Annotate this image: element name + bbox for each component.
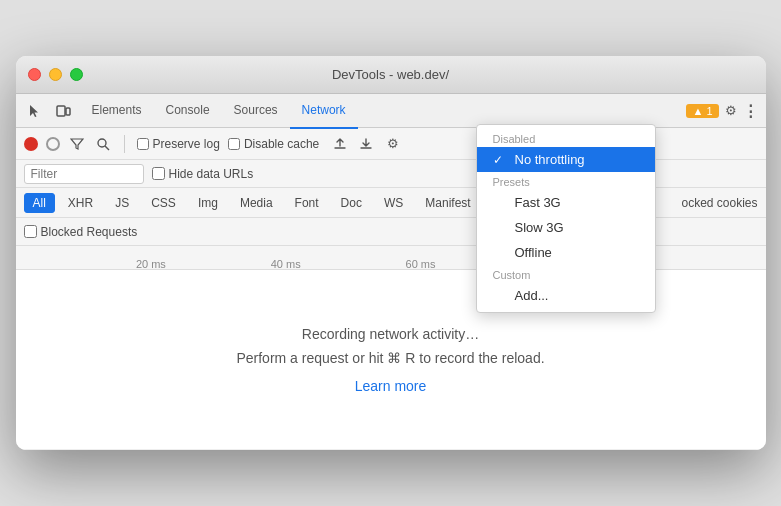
filter-ws[interactable]: WS xyxy=(375,193,412,213)
perform-text: Perform a request or hit ⌘ R to record t… xyxy=(236,350,544,366)
filter-xhr[interactable]: XHR xyxy=(59,193,102,213)
mark-20ms: 20 ms xyxy=(136,258,166,270)
hide-data-urls-checkbox[interactable] xyxy=(152,167,165,180)
search-icon[interactable] xyxy=(94,135,112,153)
minimize-button[interactable] xyxy=(49,68,62,81)
record-button[interactable] xyxy=(24,137,38,151)
dropdown-section-disabled: Disabled xyxy=(477,129,655,147)
mark-60ms: 60 ms xyxy=(406,258,436,270)
traffic-lights xyxy=(28,68,83,81)
preserve-log-checkbox[interactable] xyxy=(137,138,149,150)
window-title: DevTools - web.dev/ xyxy=(332,67,449,82)
filter-input[interactable] xyxy=(24,164,144,184)
disable-cache-checkbox[interactable] xyxy=(228,138,240,150)
tab-elements[interactable]: Elements xyxy=(80,93,154,129)
devtools-tabs: Elements Console Sources Network ▲ 1 ⚙ ⋮ xyxy=(16,94,766,128)
blocked-requests-checkbox[interactable] xyxy=(24,225,37,238)
dropdown-section-custom: Custom xyxy=(477,265,655,283)
svg-point-2 xyxy=(98,139,106,147)
tab-sources[interactable]: Sources xyxy=(222,93,290,129)
throttle-dropdown-menu: Disabled ✓ No throttling Presets Fast 3G… xyxy=(476,124,656,313)
filter-all[interactable]: All xyxy=(24,193,55,213)
maximize-button[interactable] xyxy=(70,68,83,81)
learn-more-link[interactable]: Learn more xyxy=(355,378,427,394)
disable-cache-label[interactable]: Disable cache xyxy=(228,137,319,151)
blocked-cookies-text: ocked cookies xyxy=(681,196,757,210)
preserve-log-label[interactable]: Preserve log xyxy=(137,137,220,151)
filter-css[interactable]: CSS xyxy=(142,193,185,213)
tab-network[interactable]: Network xyxy=(290,93,358,129)
filter-font[interactable]: Font xyxy=(286,193,328,213)
tab-right-icons: ▲ 1 ⚙ ⋮ xyxy=(686,102,757,120)
check-mark-icon: ✓ xyxy=(493,153,507,167)
filter-doc[interactable]: Doc xyxy=(332,193,371,213)
svg-rect-1 xyxy=(66,108,70,115)
close-button[interactable] xyxy=(28,68,41,81)
dropdown-section-presets: Presets xyxy=(477,172,655,190)
separator xyxy=(124,135,125,153)
filter-media[interactable]: Media xyxy=(231,193,282,213)
filter-icon[interactable] xyxy=(68,135,86,153)
filter-manifest[interactable]: Manifest xyxy=(416,193,479,213)
hide-data-urls-label[interactable]: Hide data URLs xyxy=(152,167,254,181)
blocked-requests-label[interactable]: Blocked Requests xyxy=(24,225,138,239)
device-icon[interactable] xyxy=(52,100,74,122)
dropdown-item-fast3g[interactable]: Fast 3G xyxy=(477,190,655,215)
settings-icon[interactable]: ⚙ xyxy=(725,103,737,118)
svg-line-3 xyxy=(105,146,109,150)
more-icon[interactable]: ⋮ xyxy=(743,102,758,120)
svg-rect-0 xyxy=(57,106,65,116)
devtools-window: DevTools - web.dev/ Elements Console Sou… xyxy=(16,56,766,450)
dropdown-item-add[interactable]: Add... xyxy=(477,283,655,308)
stop-button[interactable] xyxy=(46,137,60,151)
dropdown-item-slow3g[interactable]: Slow 3G xyxy=(477,215,655,240)
recording-text: Recording network activity… xyxy=(302,326,479,342)
upload-icon[interactable] xyxy=(331,135,349,153)
tab-console[interactable]: Console xyxy=(154,93,222,129)
dropdown-item-offline[interactable]: Offline xyxy=(477,240,655,265)
network-settings-icon[interactable]: ⚙ xyxy=(387,136,399,151)
filter-img[interactable]: Img xyxy=(189,193,227,213)
dropdown-item-no-throttling[interactable]: ✓ No throttling xyxy=(477,147,655,172)
filter-js[interactable]: JS xyxy=(106,193,138,213)
mark-40ms: 40 ms xyxy=(271,258,301,270)
download-icon[interactable] xyxy=(357,135,375,153)
title-bar: DevTools - web.dev/ xyxy=(16,56,766,94)
cursor-icon[interactable] xyxy=(24,100,46,122)
warning-badge[interactable]: ▲ 1 xyxy=(686,104,718,118)
